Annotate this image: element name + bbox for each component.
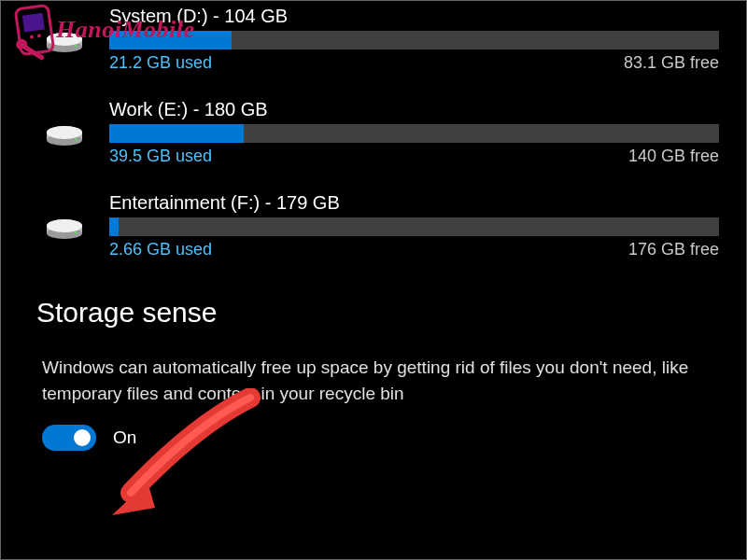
drive-used: 21.2 GB used bbox=[109, 53, 212, 73]
drive-row-work[interactable]: Work (E:) - 180 GB 39.5 GB used 140 GB f… bbox=[42, 99, 719, 166]
svg-point-14 bbox=[75, 231, 78, 234]
drive-icon bbox=[42, 218, 87, 239]
usage-bar bbox=[109, 31, 719, 49]
usage-bar-fill bbox=[109, 124, 244, 143]
drive-title: Work (E:) - 180 GB bbox=[109, 99, 719, 120]
drive-icon bbox=[42, 32, 87, 52]
svg-point-13 bbox=[47, 219, 82, 232]
svg-point-4 bbox=[75, 45, 78, 48]
drive-free: 140 GB free bbox=[628, 147, 719, 166]
usage-bar-fill bbox=[109, 217, 119, 236]
toggle-label: On bbox=[113, 427, 136, 448]
drive-free: 83.1 GB free bbox=[624, 53, 719, 73]
drive-title: System (D:) - 104 GB bbox=[109, 6, 719, 27]
section-description: Windows can automatically free up space … bbox=[42, 355, 719, 406]
storage-sense-toggle[interactable] bbox=[42, 425, 96, 451]
usage-bar bbox=[109, 124, 719, 143]
drive-free: 176 GB free bbox=[628, 240, 719, 259]
toggle-knob bbox=[74, 429, 91, 446]
drive-used: 2.66 GB used bbox=[109, 240, 212, 259]
drive-row-entertainment[interactable]: Entertainment (F:) - 179 GB 2.66 GB used… bbox=[42, 192, 719, 259]
svg-point-9 bbox=[75, 138, 78, 141]
drive-used: 39.5 GB used bbox=[109, 147, 212, 166]
drive-row-system[interactable]: System (D:) - 104 GB 21.2 GB used 83.1 G… bbox=[42, 6, 719, 73]
svg-marker-15 bbox=[112, 482, 155, 515]
drive-title: Entertainment (F:) - 179 GB bbox=[109, 192, 719, 214]
drive-icon bbox=[42, 125, 87, 146]
svg-point-8 bbox=[47, 126, 82, 139]
usage-bar bbox=[109, 217, 719, 236]
svg-point-3 bbox=[47, 33, 82, 46]
section-heading-storage-sense: Storage sense bbox=[36, 297, 719, 329]
usage-bar-fill bbox=[109, 31, 232, 49]
